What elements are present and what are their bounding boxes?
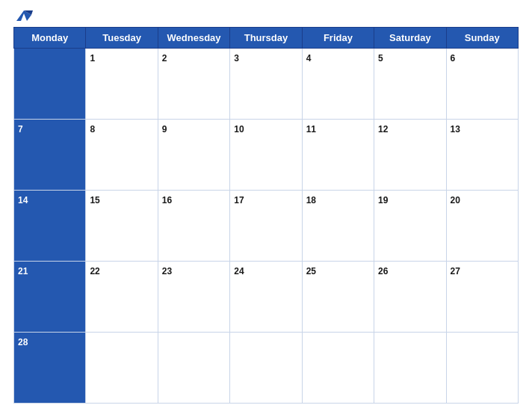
logo [13,7,37,24]
day-number: 8 [90,124,95,135]
weekday-header: Saturday [374,28,446,49]
weekday-header: Tuesday [86,28,158,49]
calendar-week-row: 14151617181920 [14,191,519,262]
calendar-cell: 5 [374,49,446,120]
calendar-cell: 15 [86,191,158,262]
top-bar [13,7,519,24]
calendar-cell: 20 [446,191,518,262]
calendar-cell: 14 [14,191,86,262]
calendar-cell: 12 [374,120,446,191]
calendar-cell [230,333,302,404]
day-number: 18 [306,195,316,206]
day-number: 13 [451,124,460,135]
calendar-cell: 6 [446,49,518,120]
calendar-cell [302,333,374,404]
day-number: 5 [378,53,383,64]
calendar-cell: 13 [446,120,518,191]
weekday-header: Thursday [230,28,302,49]
calendar-cell: 9 [158,120,229,191]
calendar-cell [446,333,518,404]
day-number: 12 [378,124,388,135]
calendar-cell: 23 [158,262,229,333]
day-number: 2 [162,53,167,64]
calendar-cell [86,333,158,404]
calendar-cell: 18 [302,191,374,262]
day-number: 10 [234,124,244,135]
day-number: 15 [90,195,99,206]
calendar-cell: 10 [230,120,302,191]
day-number: 23 [162,266,172,276]
calendar-cell: 27 [446,262,518,333]
calendar-body: 1234567891011121314151617181920212223242… [14,49,519,404]
day-number: 20 [451,195,460,206]
day-number: 11 [306,124,316,135]
day-number: 4 [306,53,312,64]
calendar-cell: 17 [230,191,302,262]
day-number: 14 [18,195,28,206]
calendar-cell: 22 [86,262,158,333]
day-number: 28 [18,337,28,347]
weekday-header: Friday [302,28,374,49]
calendar-header: MondayTuesdayWednesdayThursdayFridaySatu… [14,28,519,49]
calendar-cell [374,333,446,404]
calendar-week-row: 21222324252627 [14,262,519,333]
calendar-cell: 25 [302,262,374,333]
calendar-cell [14,49,86,120]
calendar-cell: 28 [14,333,86,404]
calendar-week-row: 28 [14,333,519,404]
calendar-table: MondayTuesdayWednesdayThursdayFridaySatu… [13,27,519,404]
calendar-cell: 8 [86,120,158,191]
day-number: 1 [90,53,95,64]
calendar-cell: 19 [374,191,446,262]
day-number: 26 [378,266,388,276]
calendar-cell: 2 [158,49,229,120]
calendar-cell [158,333,229,404]
calendar-cell: 24 [230,262,302,333]
day-number: 27 [451,266,460,276]
day-number: 16 [162,195,172,206]
day-number: 6 [451,53,456,64]
day-number: 25 [306,266,316,276]
day-number: 19 [378,195,388,206]
day-number: 24 [234,266,244,276]
calendar-week-row: 78910111213 [14,120,519,191]
calendar-cell: 4 [302,49,374,120]
day-number: 7 [18,124,23,135]
logo-bird-icon [13,7,34,24]
calendar-cell: 1 [86,49,158,120]
day-number: 9 [162,124,167,135]
calendar-cell: 3 [230,49,302,120]
day-number: 3 [234,53,239,64]
calendar-cell: 11 [302,120,374,191]
calendar-week-row: 123456 [14,49,519,120]
day-number: 22 [90,266,99,276]
weekday-header: Wednesday [158,28,229,49]
weekday-header-row: MondayTuesdayWednesdayThursdayFridaySatu… [14,28,519,49]
calendar-cell: 7 [14,120,86,191]
day-number: 21 [18,266,28,276]
day-number: 17 [234,195,244,206]
calendar-cell: 16 [158,191,229,262]
weekday-header: Sunday [446,28,518,49]
weekday-header: Monday [14,28,86,49]
calendar-cell: 21 [14,262,86,333]
calendar-cell: 26 [374,262,446,333]
